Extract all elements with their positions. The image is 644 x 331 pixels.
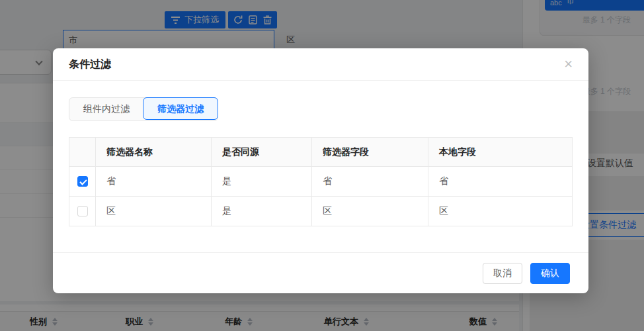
cancel-button[interactable]: 取消 xyxy=(483,263,522,284)
tab-filter-widget-filter[interactable]: 筛选器过滤 xyxy=(143,97,218,120)
cell-same-origin: 是 xyxy=(212,167,312,196)
tab-component-filter[interactable]: 组件内过滤 xyxy=(69,98,143,120)
cell-filter-field: 区 xyxy=(312,197,428,226)
table-row: 区 是 区 区 xyxy=(69,196,572,226)
condition-filter-modal: 条件过滤 × 组件内过滤 筛选器过滤 筛选器名称 是否同源 筛选器字段 本地字段… xyxy=(53,48,588,293)
cell-filter-field: 省 xyxy=(312,167,428,196)
modal-footer: 取消 确认 xyxy=(53,252,588,293)
cell-filter-name: 区 xyxy=(96,197,212,226)
filter-table: 筛选器名称 是否同源 筛选器字段 本地字段 省 是 省 省 区 是 区 xyxy=(69,137,573,226)
confirm-button[interactable]: 确认 xyxy=(530,263,570,284)
header-same-origin: 是否同源 xyxy=(212,138,312,166)
cell-filter-name: 省 xyxy=(96,167,212,196)
modal-title: 条件过滤 xyxy=(69,58,111,71)
filter-mode-tabs: 组件内过滤 筛选器过滤 xyxy=(69,97,218,121)
header-local-field: 本地字段 xyxy=(428,138,572,166)
cell-local-field: 区 xyxy=(428,197,572,226)
close-icon[interactable]: × xyxy=(564,57,573,71)
cell-local-field: 省 xyxy=(428,167,572,196)
table-row: 省 是 省 省 xyxy=(69,166,572,196)
filter-table-header: 筛选器名称 是否同源 筛选器字段 本地字段 xyxy=(69,138,572,166)
checkbox-column-header xyxy=(69,138,96,166)
row-checkbox[interactable] xyxy=(77,176,88,187)
cell-same-origin: 是 xyxy=(212,197,312,226)
modal-body: 组件内过滤 筛选器过滤 筛选器名称 是否同源 筛选器字段 本地字段 省 是 省 … xyxy=(53,81,588,226)
row-checkbox[interactable] xyxy=(77,206,88,216)
header-filter-name: 筛选器名称 xyxy=(96,138,212,166)
header-filter-field: 筛选器字段 xyxy=(312,138,428,166)
modal-header: 条件过滤 × xyxy=(53,48,588,81)
dashboard-editor: 市 区 下拉筛选 xyxy=(0,0,644,331)
